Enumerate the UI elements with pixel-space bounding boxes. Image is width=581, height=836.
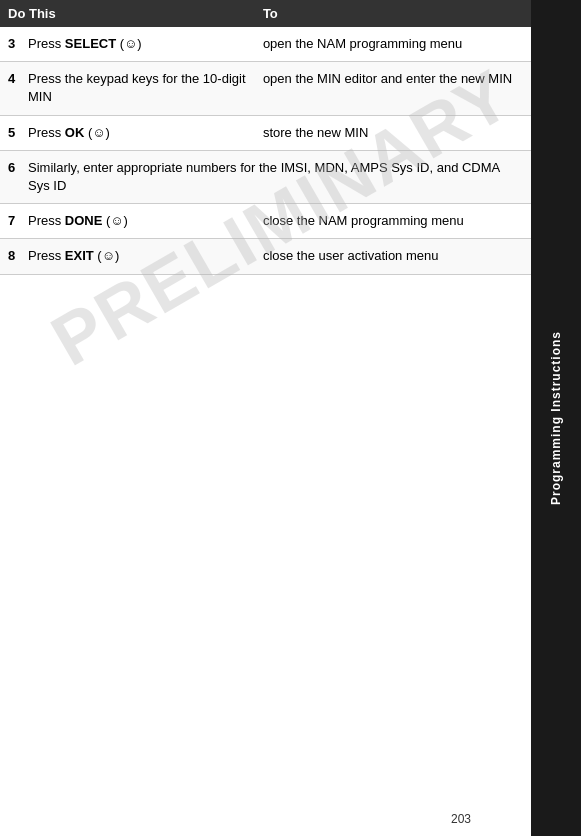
key-label: OK xyxy=(65,125,85,140)
to-cell: close the NAM programming menu xyxy=(255,204,531,239)
table-row: 5 Press OK (☺) store the new MIN xyxy=(0,115,531,150)
step-desc: Press the keypad keys for the 10-digit M… xyxy=(28,71,246,104)
instructions-table: Do This To 3 Press SELECT (☺) open the N… xyxy=(0,0,531,275)
sidebar-label: Programming Instructions xyxy=(549,331,563,505)
step-text: Press OK (☺) xyxy=(28,124,247,142)
page-number: 203 xyxy=(451,812,471,826)
step-text: Similarly, enter appropriate numbers for… xyxy=(28,159,523,195)
col-to: To xyxy=(255,0,531,27)
step-number: 4 xyxy=(8,70,20,106)
do-this-cell: 4 Press the keypad keys for the 10-digit… xyxy=(0,62,255,115)
to-cell: close the user activation menu xyxy=(255,239,531,274)
do-this-cell: 8 Press EXIT (☺) xyxy=(0,239,255,274)
page-wrapper: Do This To 3 Press SELECT (☺) open the N… xyxy=(0,0,581,836)
to-cell: open the NAM programming menu xyxy=(255,27,531,62)
key-label: DONE xyxy=(65,213,103,228)
step-number: 8 xyxy=(8,247,20,265)
table-row: 8 Press EXIT (☺) close the user activati… xyxy=(0,239,531,274)
table-row: 4 Press the keypad keys for the 10-digit… xyxy=(0,62,531,115)
step-text: Press SELECT (☺) xyxy=(28,35,247,53)
main-content: Do This To 3 Press SELECT (☺) open the N… xyxy=(0,0,531,836)
step-number: 3 xyxy=(8,35,20,53)
table-container: Do This To 3 Press SELECT (☺) open the N… xyxy=(0,0,531,275)
step-number: 7 xyxy=(8,212,20,230)
right-sidebar: Programming Instructions xyxy=(531,0,581,836)
step-number: 6 xyxy=(8,159,20,195)
key-label: SELECT xyxy=(65,36,116,51)
table-row: 3 Press SELECT (☺) open the NAM programm… xyxy=(0,27,531,62)
col-do-this: Do This xyxy=(0,0,255,27)
to-cell: store the new MIN xyxy=(255,115,531,150)
do-this-cell: 3 Press SELECT (☺) xyxy=(0,27,255,62)
table-header-row: Do This To xyxy=(0,0,531,27)
step-text: Press DONE (☺) xyxy=(28,212,247,230)
full-row-cell: 6 Similarly, enter appropriate numbers f… xyxy=(0,150,531,203)
to-cell: open the MIN editor and enter the new MI… xyxy=(255,62,531,115)
key-label: EXIT xyxy=(65,248,94,263)
do-this-cell: 7 Press DONE (☺) xyxy=(0,204,255,239)
step-text: Press EXIT (☺) xyxy=(28,247,247,265)
table-row: 7 Press DONE (☺) close the NAM programmi… xyxy=(0,204,531,239)
table-row: 6 Similarly, enter appropriate numbers f… xyxy=(0,150,531,203)
do-this-cell: 5 Press OK (☺) xyxy=(0,115,255,150)
step-number: 5 xyxy=(8,124,20,142)
step-text: Press the keypad keys for the 10-digit M… xyxy=(28,70,247,106)
